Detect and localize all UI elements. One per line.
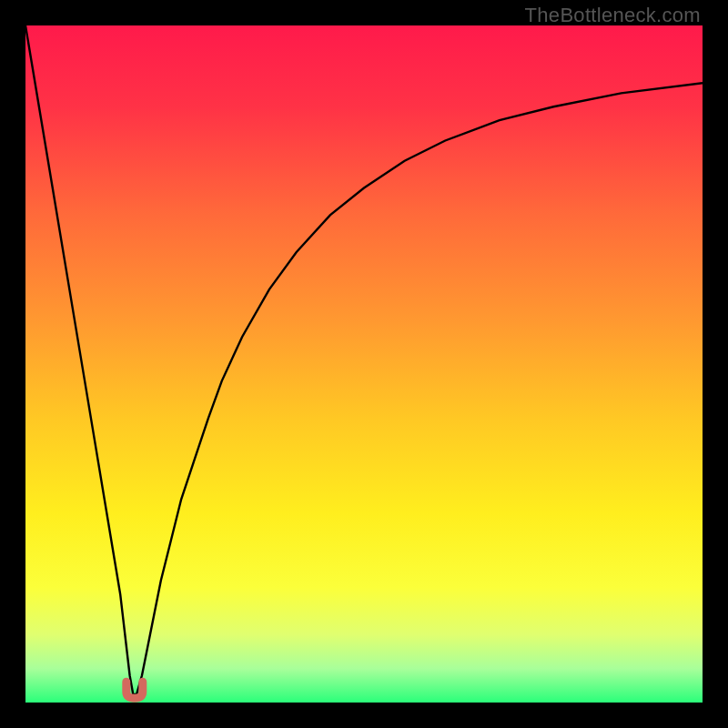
chart-frame: TheBottleneck.com [0, 0, 728, 728]
watermark-text: TheBottleneck.com [525, 4, 701, 27]
plot-area [25, 25, 703, 703]
chart-svg [25, 25, 703, 703]
chart-background [25, 25, 703, 703]
